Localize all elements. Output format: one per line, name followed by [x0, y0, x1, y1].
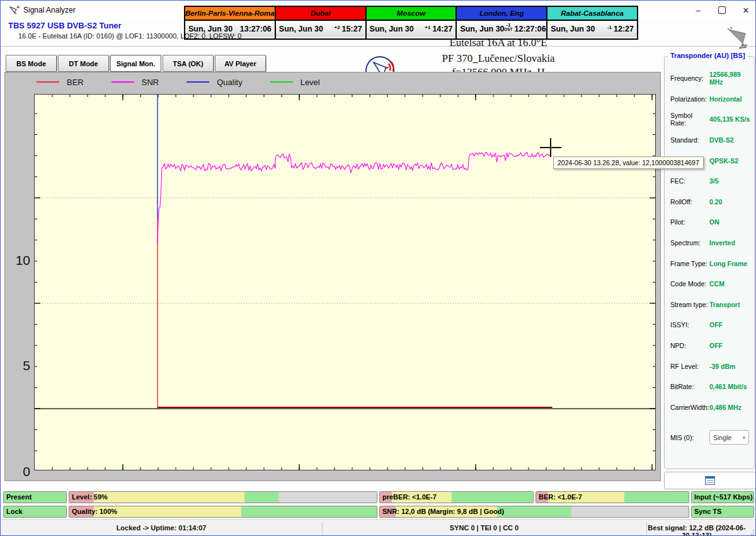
- list-icon: [705, 476, 715, 485]
- legend-level: Level: [270, 78, 320, 87]
- tp-row-frequency: Frequency:12566,989 MHz: [670, 68, 752, 89]
- minimize-button[interactable]: –: [687, 2, 709, 18]
- status-best-signal: Best signal: 12,2 dB (2024-06-30 13:13): [646, 524, 747, 536]
- preber-meter: preBER: <1.0E-7: [379, 491, 534, 503]
- legend-ber: BER: [37, 78, 84, 87]
- statusbar-divider: [646, 522, 647, 535]
- legend-quality: Quality: [186, 78, 242, 87]
- clock-city-label: Rabat-Casablanca: [547, 7, 637, 21]
- transponder-list-button[interactable]: [664, 472, 756, 489]
- world-clocks: Berlin-Paris-Vienna-Roma Sun, Jun 30 13:…: [184, 6, 638, 40]
- crosshair-cursor: [550, 138, 551, 157]
- snr-meter: SNR: 12,0 dB (Margin: 9,8 dB | Good): [379, 506, 689, 518]
- y-tick-10: 10: [10, 253, 30, 268]
- resize-grip[interactable]: [748, 529, 755, 535]
- tp-row-polarization: Polarization:Horizontal: [670, 89, 752, 110]
- tp-row-bitrate: BitRate:0,461 Mbit/s: [670, 376, 752, 397]
- legend-snr: SNR: [112, 78, 159, 87]
- tab-tsa[interactable]: TSA (OK): [163, 55, 214, 72]
- syncts-indicator: Sync TS: [691, 506, 754, 518]
- signal-analyzer-window: Signal Analyzer – ✕ Berlin-Paris-Vienna-…: [0, 0, 756, 536]
- ber-line-swatch: [37, 81, 59, 83]
- lock-indicator: Lock: [3, 506, 67, 518]
- tp-row-fec: FEC:3/5: [670, 171, 752, 192]
- transponder-panel-title: Transponder (AU) [BS]: [668, 52, 748, 59]
- tp-row-rolloff: RollOff:0.20: [670, 192, 752, 213]
- snr-line-swatch: [112, 81, 134, 83]
- tp-row-stream-type: Stream type:Transport: [670, 294, 752, 315]
- tab-bs-mode[interactable]: BS Mode: [6, 55, 57, 72]
- clock-moscow: Moscow Sun, Jun 30 +1 14:27: [367, 7, 457, 38]
- input-indicator: Input (~517 Kbps): [691, 491, 754, 503]
- quality-line-swatch: [186, 81, 209, 83]
- tp-row-standard: Standard:DVB-S2: [670, 130, 752, 151]
- y-tick-0: 0: [10, 464, 30, 479]
- chart-legend: BER SNR Quality Level: [37, 76, 348, 88]
- tab-signal-mon[interactable]: Signal Mon.: [110, 55, 161, 72]
- tab-av-player[interactable]: AV Player: [215, 55, 266, 72]
- clock-city-label: London, Eng: [457, 7, 546, 21]
- ber-meter: BER: <1.0E-7: [536, 491, 689, 503]
- clock-time: Sun, Jun 30 -1DST 12:27:06: [457, 21, 546, 37]
- tp-row-frame-type: Frame Type:Long Frame: [670, 253, 752, 274]
- signal-chart-plot[interactable]: [34, 94, 656, 470]
- clock-rabat: Rabat-Casablanca Sun, Jun 30 -1 12:27: [547, 7, 637, 38]
- tuner-details: 16.0E - Eutelsat 16A (ID: 0160) @ LOF1: …: [18, 32, 241, 40]
- clock-dubai: Dubai Sun, Jun 30 +2 15:27: [276, 7, 367, 38]
- chart-tooltip: 2024-06-30 13.26.28, value: 12,100000381…: [553, 156, 704, 169]
- clock-city-label: Moscow: [367, 7, 456, 21]
- clock-city-label: Dubai: [276, 7, 365, 21]
- present-indicator: Present: [3, 491, 67, 503]
- tp-row-npd: NPD:OFF: [670, 335, 752, 356]
- y-tick-5: 5: [10, 358, 30, 373]
- clock-london: London, Eng Sun, Jun 30 -1DST 12:27:06: [457, 7, 547, 38]
- status-uptime: Locked -> Uptime: 01:14:07: [1, 524, 322, 532]
- maximize-icon: [718, 6, 726, 14]
- tuner-name: TBS 5927 USB DVB-S2 Tuner: [8, 21, 122, 30]
- satellite-header: Eutelsat 16A at 16.0°E: [353, 37, 643, 49]
- close-button[interactable]: ✕: [735, 2, 756, 18]
- clock-time: Sun, Jun 30 +1 14:27: [367, 21, 456, 37]
- app-satellite-icon: [9, 5, 20, 16]
- clock-time: Sun, Jun 30 -1 12:27: [547, 21, 637, 37]
- level-line-swatch: [270, 81, 293, 83]
- satellite-dish-icon: [724, 26, 752, 52]
- tp-row-carrierwidth: CarrierWidth:0,486 MHz: [670, 397, 752, 418]
- window-title: Signal Analyzer: [23, 6, 76, 15]
- tp-row-pilot: Pilot:ON: [670, 212, 752, 233]
- status-sync-counters: SYNC 0 | TEI 0 | CC 0: [322, 524, 646, 532]
- status-bar: Locked -> Uptime: 01:14:07 SYNC 0 | TEI …: [1, 519, 756, 536]
- signal-chart-panel: BER SNR Quality Level 0 5 10: [4, 72, 661, 481]
- transponder-rows: Frequency:12566,989 MHz Polarization:Hor…: [670, 68, 752, 417]
- tp-row-code-mode: Code Mode:CCM: [670, 274, 752, 294]
- tp-row-symbol-rate: Symbol Rate:405,135 KS/s: [670, 109, 752, 130]
- tp-row-issyi: ISSYI:OFF: [670, 315, 752, 335]
- clock-city-label: Berlin-Paris-Vienna-Roma: [185, 7, 275, 21]
- transponder-panel: Frequency:12566,989 MHz Polarization:Hor…: [664, 56, 755, 469]
- mis-dropdown[interactable]: Single ▾: [709, 430, 749, 445]
- tp-row-spectrum: Spectrum:Inverted: [670, 233, 752, 253]
- statusbar-divider: [322, 522, 323, 535]
- clock-time: Sun, Jun 30 +2 15:27: [276, 21, 365, 37]
- tp-row-rf-level: RF Level:-39 dBm: [670, 356, 752, 376]
- maximize-button[interactable]: [711, 2, 733, 18]
- quality-meter: Quality: 100%: [69, 506, 377, 518]
- level-meter: Level: 59%: [69, 491, 377, 503]
- mis-row: MIS (0): Single ▾: [670, 430, 749, 445]
- tab-dt-mode[interactable]: DT Mode: [58, 55, 109, 72]
- chevron-down-icon: ▾: [742, 434, 745, 441]
